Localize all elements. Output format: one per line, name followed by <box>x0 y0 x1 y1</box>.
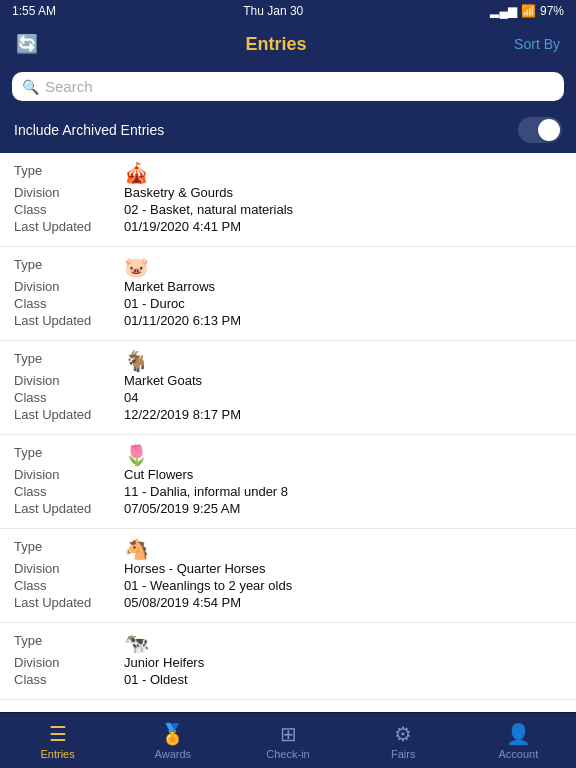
toggle-knob <box>538 119 560 141</box>
type-label: Type <box>14 257 124 272</box>
class-label: Class <box>14 202 124 217</box>
type-icon: 🐐 <box>124 351 149 371</box>
nav-label-awards: Awards <box>155 748 191 760</box>
entry-type-row: Type🐷 <box>14 257 562 277</box>
entry-lastupdated-row: Last Updated12/22/2019 8:17 PM <box>14 407 562 422</box>
class-label: Class <box>14 484 124 499</box>
status-time: 1:55 AM <box>12 4 56 18</box>
nav-label-account: Account <box>499 748 539 760</box>
division-label: Division <box>14 467 124 482</box>
entry-lastupdated-row: Last Updated01/19/2020 4:41 PM <box>14 219 562 234</box>
division-value: Junior Heifers <box>124 655 204 670</box>
entry-division-row: DivisionJunior Heifers <box>14 655 562 670</box>
refresh-button[interactable]: 🔄 <box>16 33 38 55</box>
entry-type-row: Type🐐 <box>14 351 562 371</box>
archive-row: Include Archived Entries <box>0 109 576 153</box>
entry-class-row: Class01 - Weanlings to 2 year olds <box>14 578 562 593</box>
entry-lastupdated-row: Last Updated01/11/2020 6:13 PM <box>14 313 562 328</box>
entry-division-row: DivisionMarket Barrows <box>14 279 562 294</box>
status-bar: 1:55 AM Thu Jan 30 ▂▄▆ 📶 97% <box>0 0 576 22</box>
class-value: 04 <box>124 390 138 405</box>
division-label: Division <box>14 655 124 670</box>
entry-type-row: Type🐄 <box>14 633 562 653</box>
archive-toggle[interactable] <box>518 117 562 143</box>
entry-item[interactable]: Type🌷DivisionCut FlowersClass11 - Dahlia… <box>0 435 576 529</box>
lastupdated-label: Last Updated <box>14 313 124 328</box>
division-label: Division <box>14 279 124 294</box>
type-label: Type <box>14 351 124 366</box>
division-label: Division <box>14 373 124 388</box>
nav-item-entries[interactable]: ☰Entries <box>0 722 115 760</box>
class-value: 11 - Dahlia, informal under 8 <box>124 484 288 499</box>
page-title: Entries <box>38 34 514 55</box>
bottom-nav: ☰Entries🏅Awards⊞Check-in⚙Fairs👤Account <box>0 712 576 768</box>
nav-item-account[interactable]: 👤Account <box>461 722 576 760</box>
entry-lastupdated-row: Last Updated07/05/2019 9:25 AM <box>14 501 562 516</box>
lastupdated-value: 01/11/2020 6:13 PM <box>124 313 241 328</box>
search-wrapper: 🔍 <box>12 72 564 101</box>
status-date: Thu Jan 30 <box>243 4 303 18</box>
entry-class-row: Class02 - Basket, natural materials <box>14 202 562 217</box>
lastupdated-value: 01/19/2020 4:41 PM <box>124 219 241 234</box>
nav-icon-entries: ☰ <box>49 722 67 746</box>
entry-class-row: Class04 <box>14 390 562 405</box>
entry-division-row: DivisionCut Flowers <box>14 467 562 482</box>
division-label: Division <box>14 185 124 200</box>
division-value: Market Barrows <box>124 279 215 294</box>
class-label: Class <box>14 578 124 593</box>
division-value: Horses - Quarter Horses <box>124 561 266 576</box>
class-value: 01 - Weanlings to 2 year olds <box>124 578 292 593</box>
entry-item[interactable]: Type🐴DivisionHorses - Quarter HorsesClas… <box>0 529 576 623</box>
nav-item-checkin[interactable]: ⊞Check-in <box>230 722 345 760</box>
class-label: Class <box>14 672 124 687</box>
sort-by-button[interactable]: Sort By <box>514 36 560 52</box>
type-label: Type <box>14 633 124 648</box>
division-label: Division <box>14 561 124 576</box>
entry-type-row: Type🐴 <box>14 539 562 559</box>
lastupdated-value: 12/22/2019 8:17 PM <box>124 407 241 422</box>
nav-label-entries: Entries <box>40 748 74 760</box>
entry-class-row: Class01 - Duroc <box>14 296 562 311</box>
nav-icon-checkin: ⊞ <box>280 722 297 746</box>
nav-item-awards[interactable]: 🏅Awards <box>115 722 230 760</box>
nav-item-fairs[interactable]: ⚙Fairs <box>346 722 461 760</box>
header: 🔄 Entries Sort By <box>0 22 576 66</box>
entry-division-row: DivisionBasketry & Gourds <box>14 185 562 200</box>
search-icon: 🔍 <box>22 79 39 95</box>
type-icon: 🐷 <box>124 257 149 277</box>
nav-label-checkin: Check-in <box>266 748 309 760</box>
entries-list: Type🎪DivisionBasketry & GourdsClass02 - … <box>0 153 576 760</box>
entry-item[interactable]: Type🎪DivisionBasketry & GourdsClass02 - … <box>0 153 576 247</box>
lastupdated-label: Last Updated <box>14 595 124 610</box>
lastupdated-label: Last Updated <box>14 501 124 516</box>
division-value: Basketry & Gourds <box>124 185 233 200</box>
type-icon: 🐴 <box>124 539 149 559</box>
nav-icon-fairs: ⚙ <box>394 722 412 746</box>
entry-division-row: DivisionMarket Goats <box>14 373 562 388</box>
entry-item[interactable]: Type🐷DivisionMarket BarrowsClass01 - Dur… <box>0 247 576 341</box>
nav-icon-account: 👤 <box>506 722 531 746</box>
entry-item[interactable]: Type🐄DivisionJunior HeifersClass01 - Old… <box>0 623 576 700</box>
type-icon: 🌷 <box>124 445 149 465</box>
class-value: 02 - Basket, natural materials <box>124 202 293 217</box>
class-value: 01 - Oldest <box>124 672 188 687</box>
type-label: Type <box>14 539 124 554</box>
nav-icon-awards: 🏅 <box>160 722 185 746</box>
entry-type-row: Type🎪 <box>14 163 562 183</box>
search-container: 🔍 <box>0 66 576 109</box>
class-value: 01 - Duroc <box>124 296 185 311</box>
type-label: Type <box>14 163 124 178</box>
class-label: Class <box>14 390 124 405</box>
signal-icon: ▂▄▆ <box>490 4 517 18</box>
entry-item[interactable]: Type🐐DivisionMarket GoatsClass04Last Upd… <box>0 341 576 435</box>
entry-lastupdated-row: Last Updated05/08/2019 4:54 PM <box>14 595 562 610</box>
wifi-icon: 📶 <box>521 4 536 18</box>
entry-class-row: Class11 - Dahlia, informal under 8 <box>14 484 562 499</box>
lastupdated-label: Last Updated <box>14 219 124 234</box>
search-input[interactable] <box>45 78 554 95</box>
lastupdated-value: 05/08/2019 4:54 PM <box>124 595 241 610</box>
lastupdated-value: 07/05/2019 9:25 AM <box>124 501 240 516</box>
nav-label-fairs: Fairs <box>391 748 415 760</box>
type-icon: 🎪 <box>124 163 149 183</box>
entry-type-row: Type🌷 <box>14 445 562 465</box>
